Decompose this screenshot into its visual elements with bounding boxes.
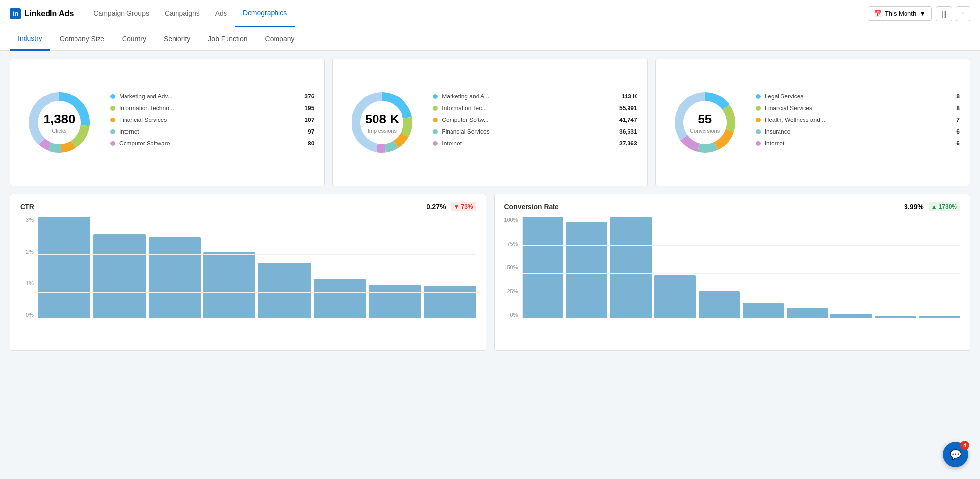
nav-demographics[interactable]: Demographics (235, 0, 295, 27)
legend-dot (433, 129, 438, 134)
donut-wrap-impressions: 508 KImpressions (343, 83, 421, 162)
grid-line (38, 217, 476, 217)
bar (424, 286, 476, 318)
conversion-rate-title: Conversion Rate (504, 203, 559, 211)
grid-line (522, 217, 960, 217)
chevron-down-icon: ▼ (919, 10, 926, 17)
ctr-bar-chart: 3%2%1%0% (20, 217, 476, 330)
y-axis: 100%75%50%25%0% (504, 217, 520, 318)
sub-nav-country[interactable]: Country (114, 27, 154, 51)
legend-impressions: Marketing and A...113 KInformation Tec..… (433, 93, 637, 152)
list-item: Financial Services107 (110, 117, 314, 123)
list-item: Health, Wellness and ...7 (756, 117, 960, 123)
grid-line (38, 292, 476, 293)
legend-dot (110, 129, 115, 134)
legend-value: 41,747 (618, 117, 637, 123)
conversion-rate-stats: 3.99% ▲ 1730% (904, 202, 960, 211)
legend-dot (433, 141, 438, 146)
list-item: Information Tec...55,991 (433, 105, 637, 112)
grid-line (522, 273, 960, 274)
nav-campaigns[interactable]: Campaigns (157, 0, 207, 27)
legend-dot (110, 106, 115, 111)
calendar-icon: 📅 (874, 10, 882, 17)
legend-dot (110, 141, 115, 146)
list-item: Financial Services8 (756, 105, 960, 112)
ctr-change: ▼ 73% (451, 202, 476, 211)
bar (314, 279, 366, 318)
legend-value: 27,963 (618, 140, 637, 147)
donut-card-clicks: 1,380ClicksMarketing and Adv...376Inform… (10, 59, 325, 186)
bar (203, 252, 255, 318)
donut-value-impressions: 508 K (365, 112, 399, 127)
legend-dot (110, 94, 115, 99)
sub-nav-industry[interactable]: Industry (10, 27, 50, 51)
legend-dot (756, 94, 761, 99)
bars-area (522, 217, 960, 318)
donut-label-impressions: Impressions (365, 128, 399, 134)
legend-name: Marketing and A... (442, 93, 617, 100)
legend-dot (433, 118, 438, 122)
legend-name: Financial Services (765, 105, 940, 112)
bar (149, 237, 201, 318)
legend-name: Health, Wellness and ... (765, 117, 940, 123)
legend-name: Marketing and Adv... (119, 93, 295, 100)
y-label: 3% (26, 217, 34, 223)
columns-button[interactable]: ||| (936, 6, 952, 21)
grid-line (522, 330, 960, 330)
sub-nav-job-function[interactable]: Job Function (200, 27, 255, 51)
y-label: 0% (26, 312, 34, 318)
y-label: 50% (507, 264, 518, 270)
grid-line (38, 330, 476, 330)
list-item: Information Techno...195 (110, 105, 314, 112)
grid-line (522, 302, 960, 302)
bar (699, 291, 740, 318)
legend-dot (756, 129, 761, 134)
header-right: 📅 This Month ▼ ||| ↑ (868, 6, 970, 21)
ctr-chart-header: CTR 0.27% ▼ 73% (20, 202, 476, 211)
sub-nav-seniority[interactable]: Seniority (156, 27, 198, 51)
sub-nav-company-size[interactable]: Company Size (52, 27, 112, 51)
conversion-change-value: 1730% (939, 203, 957, 210)
grid-line (522, 245, 960, 246)
y-label: 2% (26, 249, 34, 255)
list-item: Legal Services8 (756, 93, 960, 100)
header: in LinkedIn Ads Campaign Groups Campaign… (0, 0, 980, 27)
conversion-rate-bar-chart: 100%75%50%25%0% (504, 217, 960, 330)
legend-value: 8 (940, 105, 960, 112)
legend-value: 195 (295, 105, 314, 112)
list-item: Internet27,963 (433, 140, 637, 147)
bar (654, 275, 696, 318)
legend-name: Financial Services (442, 128, 617, 135)
legend-value: 7 (940, 117, 960, 123)
grid-line (38, 254, 476, 255)
main-nav: Campaign Groups Campaigns Ads Demographi… (85, 0, 868, 27)
legend-value: 6 (940, 128, 960, 135)
legend-name: Computer Software (119, 140, 295, 147)
legend-value: 97 (295, 128, 314, 135)
conversion-rate-chart-card: Conversion Rate 3.99% ▲ 1730% 100%75%50%… (494, 194, 971, 351)
donut-card-impressions: 508 KImpressionsMarketing and A...113 KI… (332, 59, 647, 186)
this-month-button[interactable]: 📅 This Month ▼ (868, 6, 932, 21)
bar (369, 285, 421, 318)
legend-name: Internet (765, 140, 940, 147)
legend-name: Computer Softw... (442, 117, 617, 123)
nav-ads[interactable]: Ads (207, 0, 235, 27)
y-label: 1% (26, 280, 34, 286)
legend-value: 6 (940, 140, 960, 147)
conversion-rate-header: Conversion Rate 3.99% ▲ 1730% (504, 202, 960, 211)
arrow-up-icon: ▲ (931, 203, 937, 210)
legend-dot (433, 94, 438, 99)
bar (258, 263, 310, 318)
list-item: Marketing and A...113 K (433, 93, 637, 100)
y-axis: 3%2%1%0% (20, 217, 36, 318)
legend-value: 376 (295, 93, 314, 100)
legend-dot (110, 118, 115, 122)
share-button[interactable]: ↑ (956, 6, 970, 21)
bar (38, 217, 90, 318)
legend-value: 80 (295, 140, 314, 147)
list-item: Computer Software80 (110, 140, 314, 147)
legend-name: Information Techno... (119, 105, 295, 112)
app-title: LinkedIn Ads (25, 9, 74, 18)
nav-campaign-groups[interactable]: Campaign Groups (85, 0, 157, 27)
sub-nav-company[interactable]: Company (257, 27, 302, 51)
